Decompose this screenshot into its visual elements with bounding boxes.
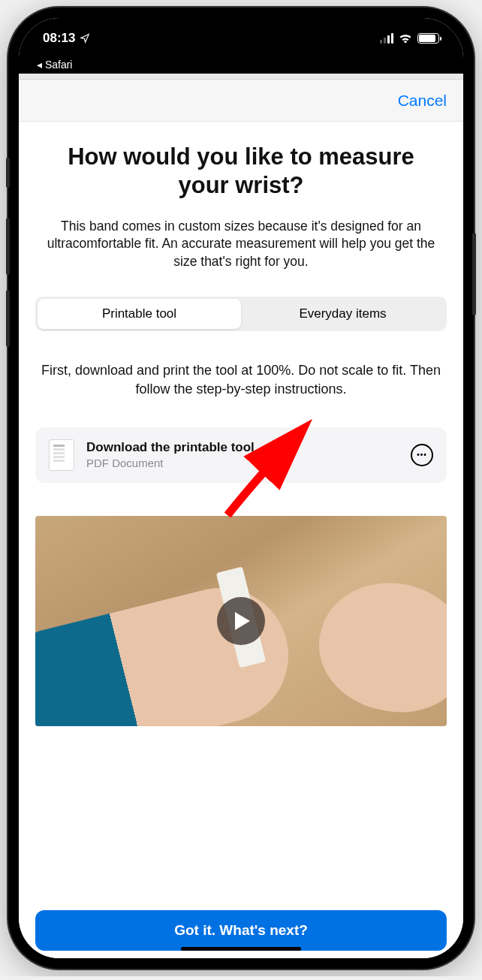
download-title: Download the printable tool xyxy=(86,440,399,455)
dynamic-island xyxy=(185,18,297,48)
segment-printable-tool[interactable]: Printable tool xyxy=(38,299,241,329)
download-subtitle: PDF Document xyxy=(86,457,399,469)
back-app-label: Safari xyxy=(45,59,73,71)
instructions-text: First, download and print the tool at 10… xyxy=(35,361,447,399)
more-options-button[interactable]: ••• xyxy=(411,444,433,466)
battery-icon xyxy=(417,33,439,44)
segmented-control: Printable tool Everyday items xyxy=(35,297,447,331)
video-hand-graphic xyxy=(308,569,447,725)
sheet-background-peek xyxy=(19,74,463,80)
video-thumbnail[interactable] xyxy=(35,516,447,726)
play-button[interactable] xyxy=(217,597,265,645)
volume-up xyxy=(6,218,10,275)
content-area: How would you like to measure your wrist… xyxy=(19,122,463,900)
download-card[interactable]: Download the printable tool PDF Document… xyxy=(35,427,447,483)
mute-switch xyxy=(6,158,10,188)
wifi-icon xyxy=(399,33,412,44)
segment-everyday-items[interactable]: Everyday items xyxy=(241,299,444,329)
location-icon xyxy=(80,33,90,44)
status-time: 08:13 xyxy=(43,31,75,46)
phone-frame: 08:13 ◂ Safari Cancel How would you like… xyxy=(8,8,474,969)
screen: 08:13 ◂ Safari Cancel How would you like… xyxy=(19,18,463,958)
next-button[interactable]: Got it. What's next? xyxy=(35,910,447,951)
document-icon xyxy=(49,439,74,471)
play-icon xyxy=(234,612,251,630)
home-indicator[interactable] xyxy=(181,947,301,951)
cellular-icon xyxy=(380,33,393,44)
cancel-button[interactable]: Cancel xyxy=(398,92,447,110)
modal-nav-bar: Cancel xyxy=(19,80,463,122)
volume-down xyxy=(6,290,10,347)
page-title: How would you like to measure your wrist… xyxy=(35,143,447,200)
page-subtitle: This band comes in custom sizes because … xyxy=(35,218,447,271)
power-button xyxy=(472,233,476,315)
back-to-app[interactable]: ◂ Safari xyxy=(19,59,463,74)
